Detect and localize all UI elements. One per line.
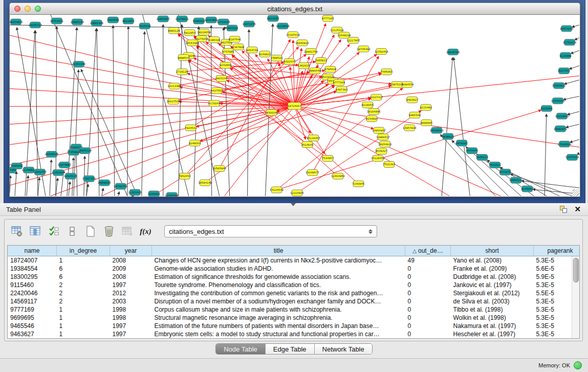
graph-node[interactable]: 3915954 — [10, 167, 17, 173]
graph-node[interactable]: 16164895 — [367, 108, 380, 115]
graph-node[interactable]: 10969517 — [376, 134, 389, 140]
graph-node[interactable]: 20691406 — [90, 20, 103, 26]
graph-edge-black[interactable] — [577, 153, 579, 155]
table-options-icon[interactable] — [10, 225, 24, 238]
table-cell[interactable]: 9115460 — [8, 281, 57, 289]
graph-node[interactable]: 9242848 — [220, 62, 231, 68]
graph-node[interactable]: 7534957 — [322, 155, 334, 161]
graph-node[interactable]: 8549327 — [376, 148, 387, 155]
graph-node[interactable]: 16033809 — [204, 17, 217, 23]
column-header-in_degree[interactable]: in_degree — [57, 246, 110, 256]
graph-node[interactable]: 8187546 — [229, 36, 241, 42]
table-cell[interactable]: Corpus callosum shape and size in male p… — [152, 305, 405, 314]
graph-edge-black[interactable] — [113, 26, 115, 196]
table-cell[interactable]: 14569117 — [8, 297, 57, 305]
table-cell[interactable]: Changes of HCN gene expression and I(f) … — [152, 256, 405, 265]
graph-node[interactable]: 9245054 — [148, 191, 160, 196]
graph-node[interactable]: 9699695 — [421, 120, 432, 126]
graph-node[interactable]: 2935114 — [476, 154, 488, 160]
graph-edge-black[interactable] — [86, 29, 96, 196]
graph-node[interactable]: 7603546 — [107, 17, 119, 23]
graph-node[interactable]: 16782759 — [114, 183, 127, 189]
graph-node[interactable]: 16594148 — [198, 180, 211, 186]
graph-node[interactable]: 8215958 — [541, 105, 553, 112]
graph-edge-black[interactable] — [51, 15, 127, 196]
graph-node[interactable]: 17957253 — [82, 176, 96, 182]
graph-node[interactable]: 15049577 — [306, 169, 319, 176]
graph-edge-black[interactable] — [194, 27, 199, 196]
minimize-window-button[interactable] — [25, 6, 31, 12]
graph-node[interactable]: 8938923 — [442, 134, 454, 140]
delete-table-icon[interactable] — [102, 225, 116, 238]
graph-node[interactable]: 12404954 — [331, 173, 344, 179]
table-row[interactable]: 969969511998Structural magnetic resonanc… — [8, 314, 580, 322]
graph-node[interactable]: 15751074 — [563, 39, 576, 46]
show-column-icon[interactable] — [28, 225, 42, 238]
graph-node[interactable]: 18300295 — [265, 110, 278, 116]
float-panel-icon[interactable] — [560, 206, 567, 213]
graph-edge-red[interactable] — [225, 106, 295, 196]
table-cell[interactable]: 2 — [57, 281, 110, 289]
graph-node[interactable]: 7485083 — [381, 69, 393, 75]
graph-node[interactable]: 7624542 — [185, 125, 197, 131]
table-cell[interactable]: Yano et al. (2008) — [451, 256, 534, 265]
table-cell[interactable]: 9699695 — [8, 314, 57, 322]
graph-node[interactable]: 15276021 — [176, 16, 189, 22]
resize-grip-icon[interactable] — [573, 189, 579, 196]
graph-node[interactable]: 12942757 — [33, 169, 47, 175]
graph-node[interactable]: 8471676 — [499, 169, 511, 175]
graph-node[interactable]: 12444158 — [551, 98, 564, 104]
table-cell[interactable]: 0 — [405, 297, 451, 305]
graph-node[interactable]: 14957904 — [403, 125, 416, 131]
table-cell[interactable]: Tourette syndrome. Phenomenology and cla… — [152, 281, 405, 289]
graph-node[interactable]: 8427552 — [211, 87, 223, 94]
graph-node[interactable]: 9154694 — [366, 116, 378, 122]
graph-node[interactable]: 9246054 — [189, 140, 201, 146]
table-cell[interactable]: Structural magnetic resonance image aver… — [152, 314, 405, 322]
graph-node[interactable]: 12213389 — [168, 83, 181, 89]
table-cell[interactable]: 1 — [57, 330, 110, 338]
graph-node[interactable]: 15875165 — [390, 81, 403, 87]
graph-node[interactable]: 16648784 — [446, 49, 460, 55]
graph-edge-black[interactable] — [568, 112, 579, 115]
graph-edge-black[interactable] — [132, 196, 132, 196]
table-cell[interactable]: 0 — [405, 314, 451, 322]
column-header-year[interactable]: year — [110, 246, 152, 256]
table-cell[interactable]: 2012 — [110, 289, 152, 297]
table-cell[interactable]: 1998 — [110, 305, 152, 314]
graph-node[interactable]: 10653257 — [157, 16, 170, 22]
table-cell[interactable]: Hescheler et al. (1997) — [451, 330, 534, 338]
graph-node[interactable]: 9227343 — [558, 68, 570, 74]
graph-node[interactable]: 9810954 — [122, 18, 134, 24]
graph-node[interactable]: 7857224 — [226, 25, 238, 31]
graph-edge-red[interactable] — [295, 106, 306, 139]
graph-edge-black[interactable] — [67, 28, 77, 196]
table-row[interactable]: 911546021997Tourette syndrome. Phenomeno… — [8, 281, 580, 289]
graph-node[interactable]: 2367608 — [232, 44, 244, 50]
graph-node[interactable]: 10719155 — [216, 19, 230, 25]
table-cell[interactable]: Stergiakouli et al. (2012) — [451, 289, 534, 297]
graph-node[interactable]: 10654112 — [509, 177, 522, 183]
graph-node[interactable]: 18226058 — [197, 29, 210, 35]
graph-node[interactable]: 16053805 — [10, 19, 23, 25]
graph-edge-black[interactable] — [571, 51, 579, 54]
table-cell[interactable]: 2 — [57, 297, 110, 305]
table-cell[interactable]: Investigating the contribution of common… — [152, 289, 405, 297]
table-row[interactable]: 1938455462009Genome-wide association stu… — [8, 265, 580, 273]
network-view[interactable]: 1872400796601285912954182260581627505881… — [9, 15, 580, 197]
graph-node[interactable]: 19745493 — [357, 46, 370, 52]
graph-edge-black[interactable] — [38, 178, 39, 196]
graph-edge-black[interactable] — [466, 147, 521, 196]
graph-edge-black[interactable] — [442, 57, 452, 196]
graph-node[interactable]: 17359928 — [67, 149, 80, 156]
select-columns-icon[interactable] — [47, 225, 60, 238]
graph-node[interactable]: 12217957 — [346, 37, 360, 43]
table-cell[interactable]: Estimation of the future numbers of pati… — [152, 322, 405, 330]
table-cell[interactable]: 1997 — [110, 322, 152, 330]
graph-edge-black[interactable] — [142, 32, 145, 196]
table-cell[interactable]: 2003 — [110, 297, 152, 305]
graph-edge-red[interactable] — [178, 34, 338, 176]
graph-node[interactable]: 32975887 — [58, 162, 71, 168]
close-window-button[interactable] — [14, 6, 20, 12]
network-graph[interactable]: 1872400796601285912954182260581627505881… — [10, 15, 580, 196]
